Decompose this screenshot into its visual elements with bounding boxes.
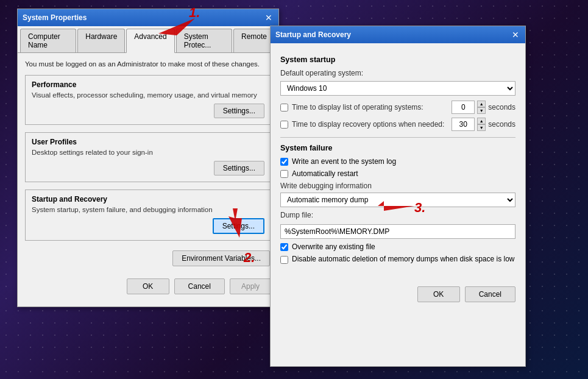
tab-hardware[interactable]: Hardware	[77, 29, 125, 52]
default-os-row: Default operating system:	[280, 69, 515, 77]
display-recovery-row: Time to display recovery options when ne…	[280, 118, 515, 131]
tab-remote[interactable]: Remote	[233, 29, 275, 52]
tab-system-protect[interactable]: System Protec...	[176, 29, 232, 52]
display-recovery-label: Time to display recovery options when ne…	[292, 120, 448, 129]
overwrite-row: Overwrite any existing file	[280, 243, 515, 251]
startup-recovery-desc: System startup, system failure, and debu…	[32, 206, 264, 213]
display-list-checkbox[interactable]	[280, 104, 288, 112]
startup-recovery-window-title: Startup and Recovery	[275, 30, 351, 39]
performance-title: Performance	[32, 80, 264, 89]
overwrite-label: Overwrite any existing file	[292, 243, 375, 251]
admin-note: You must be logged on as an Administrato…	[25, 60, 271, 68]
auto-restart-row: Automatically restart	[280, 169, 515, 178]
display-recovery-spinner: ▲ ▼ seconds	[452, 118, 515, 131]
user-profiles-settings-button[interactable]: Settings...	[214, 161, 264, 175]
startup-recovery-title-bar: Startup and Recovery ✕	[271, 26, 525, 43]
display-recovery-checkbox[interactable]	[280, 121, 288, 129]
startup-recovery-body: System startup Default operating system:…	[271, 43, 525, 277]
system-props-ok-button[interactable]: OK	[127, 278, 169, 294]
system-props-cancel-button[interactable]: Cancel	[174, 278, 225, 294]
display-recovery-down[interactable]: ▼	[477, 124, 486, 131]
startup-recovery-cancel-button[interactable]: Cancel	[465, 286, 515, 302]
system-props-title: System Properties	[23, 13, 87, 22]
display-recovery-value[interactable]	[452, 118, 475, 131]
tab-computer-name[interactable]: Computer Name	[20, 29, 76, 52]
dump-type-dropdown[interactable]: Automatic memory dump	[280, 193, 515, 207]
performance-section: Performance Visual effects, processor sc…	[25, 75, 271, 125]
performance-settings-button[interactable]: Settings...	[214, 104, 264, 118]
system-props-close-button[interactable]: ✕	[264, 13, 274, 23]
default-os-dropdown[interactable]: Windows 10	[280, 81, 515, 96]
disable-auto-delete-label: Disable automatic deletion of memory dum…	[292, 255, 515, 264]
display-recovery-up[interactable]: ▲	[477, 118, 486, 124]
disable-auto-delete-checkbox[interactable]	[280, 256, 288, 264]
system-props-tabs: Computer Name Hardware Advanced System P…	[18, 26, 278, 53]
write-event-checkbox[interactable]	[280, 158, 288, 166]
default-os-label: Default operating system:	[280, 69, 363, 77]
startup-recovery-section: Startup and Recovery System startup, sys…	[25, 190, 271, 241]
system-startup-section-title: System startup	[280, 55, 515, 64]
tab-advanced[interactable]: Advanced	[126, 29, 174, 53]
system-props-title-bar: System Properties ✕	[18, 9, 278, 26]
auto-restart-label: Automatically restart	[292, 169, 358, 178]
startup-recovery-window: Startup and Recovery ✕ System startup De…	[270, 26, 526, 367]
display-list-down[interactable]: ▼	[477, 107, 486, 114]
performance-desc: Visual effects, processor scheduling, me…	[32, 91, 264, 99]
display-list-up[interactable]: ▲	[477, 101, 486, 107]
system-failure-section-title: System failure	[280, 144, 515, 152]
display-list-spinner: ▲ ▼ seconds	[452, 101, 515, 114]
auto-restart-checkbox[interactable]	[280, 170, 288, 178]
startup-recovery-ok-button[interactable]: OK	[417, 286, 460, 302]
display-list-unit: seconds	[488, 103, 515, 112]
user-profiles-desc: Desktop settings related to your sign-in	[32, 149, 264, 156]
display-list-row: Time to display list of operating system…	[280, 101, 515, 114]
system-props-bottom-buttons: OK Cancel Apply	[18, 274, 278, 302]
startup-recovery-close-button[interactable]: ✕	[511, 30, 520, 40]
system-props-body: You must be logged on as an Administrato…	[18, 53, 278, 274]
write-debugging-label: Write debugging information	[280, 182, 515, 190]
system-properties-window: System Properties ✕ Computer Name Hardwa…	[17, 9, 279, 307]
display-recovery-unit: seconds	[488, 120, 515, 129]
write-event-label: Write an event to the system log	[292, 157, 396, 166]
dump-file-input[interactable]	[280, 224, 515, 239]
user-profiles-section: User Profiles Desktop settings related t…	[25, 132, 271, 182]
startup-recovery-bottom-buttons: OK Cancel	[271, 277, 525, 311]
user-profiles-title: User Profiles	[32, 138, 264, 146]
environment-variables-button[interactable]: Environment Variables...	[172, 250, 270, 266]
disable-auto-delete-row: Disable automatic deletion of memory dum…	[280, 255, 515, 264]
system-props-apply-button[interactable]: Apply	[230, 278, 271, 294]
startup-recovery-settings-button[interactable]: Settings...	[213, 218, 264, 234]
dump-file-label: Dump file:	[280, 211, 515, 219]
display-list-value[interactable]	[452, 101, 475, 114]
startup-recovery-title: Startup and Recovery	[32, 195, 264, 204]
write-event-row: Write an event to the system log	[280, 157, 515, 166]
overwrite-checkbox[interactable]	[280, 243, 288, 251]
display-list-label: Time to display list of operating system…	[292, 103, 448, 112]
